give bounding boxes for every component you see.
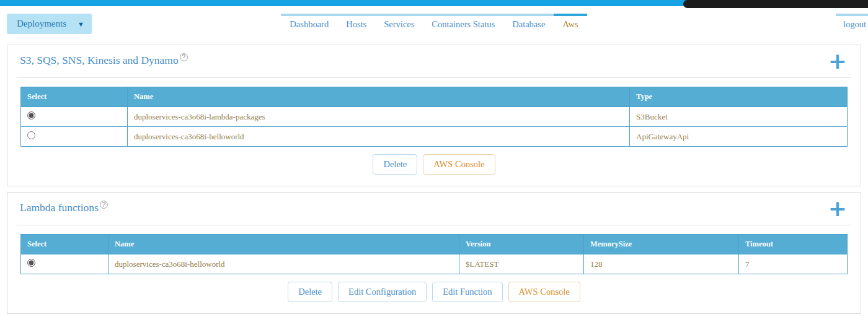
panel-title: Lambda functions? <box>20 201 108 214</box>
panel-actions: Delete AWS Console <box>7 154 861 175</box>
delete-button[interactable]: Delete <box>288 282 332 302</box>
panel-header: Lambda functions? + <box>7 193 861 219</box>
tab-database[interactable]: Database <box>503 14 554 35</box>
row-select-radio[interactable] <box>27 131 35 139</box>
tab-aws[interactable]: Aws <box>554 14 587 35</box>
column-header-name: Name <box>108 235 459 254</box>
nav-tabs: Dashboard Hosts Services Containers Stat… <box>0 14 868 35</box>
panel-title-text: S3, SQS, SNS, Kinesis and Dynamo <box>20 54 179 66</box>
lambda-functions-table: Select Name Version MemorySize Timeout d… <box>20 234 848 274</box>
add-function-icon[interactable]: + <box>828 201 847 217</box>
divider <box>17 225 851 225</box>
tab-services[interactable]: Services <box>375 14 423 35</box>
tab-dashboard[interactable]: Dashboard <box>281 14 337 35</box>
column-header-timeout: Timeout <box>739 235 848 254</box>
panel-actions: Delete Edit Configuration Edit Function … <box>7 282 861 302</box>
logout-link[interactable]: logout <box>836 14 868 35</box>
search-input[interactable] <box>683 0 868 8</box>
resource-type-cell: S3Bucket <box>630 107 848 127</box>
function-timeout-cell: 7 <box>739 254 848 274</box>
navbar: Deployments ▼ Dashboard Hosts Services C… <box>0 14 868 42</box>
function-name-cell: duploservices-ca3o68i-helloworld <box>108 254 459 274</box>
table-row: duploservices-ca3o68i-helloworld ApiGate… <box>21 127 848 147</box>
row-select-radio[interactable] <box>27 111 35 119</box>
resource-name-cell: duploservices-ca3o68i-helloworld <box>128 127 630 147</box>
table-row: duploservices-ca3o68i-helloworld $LATEST… <box>21 254 848 274</box>
panel-header: S3, SQS, SNS, Kinesis and Dynamo? + <box>7 45 861 72</box>
panel-title-text: Lambda functions <box>20 201 99 214</box>
panel-title: S3, SQS, SNS, Kinesis and Dynamo? <box>20 53 188 67</box>
deployments-dropdown-label: Deployments <box>17 19 66 29</box>
aws-console-button[interactable]: AWS Console <box>508 282 580 302</box>
divider <box>17 77 851 78</box>
help-icon[interactable]: ? <box>100 201 108 209</box>
function-version-cell: $LATEST <box>459 254 584 274</box>
row-select-radio[interactable] <box>27 259 35 267</box>
aws-console-button[interactable]: AWS Console <box>423 154 495 175</box>
column-header-select: Select <box>21 235 108 254</box>
edit-function-button[interactable]: Edit Function <box>432 282 502 302</box>
resource-type-cell: ApiGatewayApi <box>630 127 848 147</box>
help-icon[interactable]: ? <box>180 53 188 61</box>
edit-configuration-button[interactable]: Edit Configuration <box>338 282 427 302</box>
tab-hosts[interactable]: Hosts <box>337 14 375 35</box>
tab-containers-status[interactable]: Containers Status <box>423 14 503 35</box>
column-header-version: Version <box>459 235 584 254</box>
function-memory-cell: 128 <box>584 254 739 274</box>
column-header-name: Name <box>128 87 630 107</box>
table-row: duploservices-ca3o68i-lambda-packages S3… <box>21 107 848 127</box>
chevron-down-icon: ▼ <box>78 20 84 28</box>
column-header-select: Select <box>21 87 128 107</box>
column-header-memorysize: MemorySize <box>584 235 739 254</box>
panel-lambda-functions: Lambda functions? + Select Name Version … <box>7 192 861 314</box>
table-header-row: Select Name Version MemorySize Timeout <box>21 235 848 254</box>
resource-name-cell: duploservices-ca3o68i-lambda-packages <box>128 107 630 127</box>
column-header-type: Type <box>630 87 848 107</box>
table-header-row: Select Name Type <box>21 87 848 107</box>
add-resource-icon[interactable]: + <box>828 53 847 69</box>
panel-aws-resources: S3, SQS, SNS, Kinesis and Dynamo? + Sele… <box>7 45 861 186</box>
deployments-dropdown[interactable]: Deployments ▼ <box>7 14 92 34</box>
delete-button[interactable]: Delete <box>373 154 417 175</box>
aws-resources-table: Select Name Type duploservices-ca3o68i-l… <box>20 87 848 147</box>
